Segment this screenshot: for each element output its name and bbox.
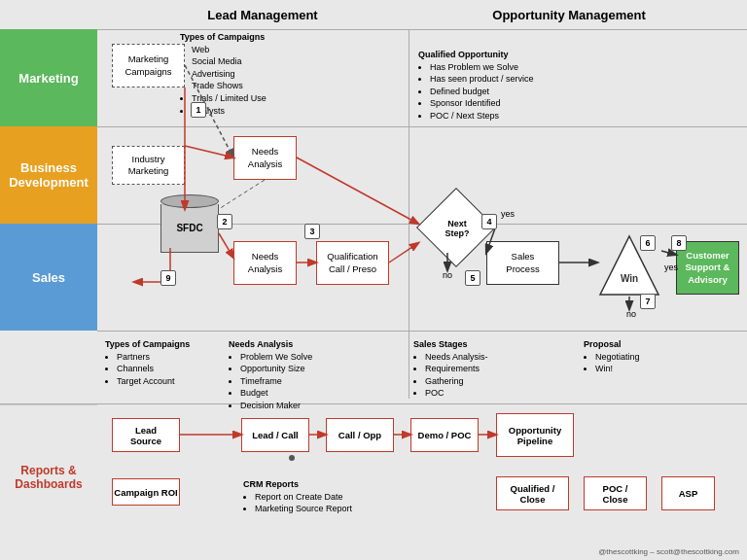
connector-dot (289, 455, 295, 461)
cylinder-body: SFDC (160, 204, 219, 253)
sales-process-box: SalesProcess (486, 241, 559, 285)
types-campaigns-title: Types of Campaigns (180, 31, 267, 44)
types-campaigns2-title: Types of Campaigns (105, 338, 190, 351)
call-opp-box[interactable]: Call / Opp (326, 418, 394, 452)
divider-3 (97, 331, 747, 332)
customer-support-text: CustomerSupport &Advisory (686, 250, 730, 286)
lane-reports: Reports &Dashboards (0, 403, 97, 549)
sfdc-cylinder: SFDC (160, 194, 219, 257)
svg-line-8 (219, 233, 233, 258)
lead-source-text: LeadSource (130, 425, 161, 446)
next-step-text: NextStep? (445, 219, 469, 238)
badge-5: 5 (465, 270, 480, 286)
badge-6: 6 (640, 235, 656, 251)
badge-4: 4 (481, 214, 497, 229)
lead-call-box[interactable]: Lead / Call (241, 418, 309, 452)
industry-marketing-text: IndustryMarketing (128, 154, 169, 178)
crm-reports-annotation: CRM Reports Report on Create Date Market… (243, 478, 352, 515)
needs-analysis-list: Problem We Solve Opportunity Size Timefr… (229, 351, 312, 412)
proposal-list: Negotiating Win! (584, 351, 640, 375)
demo-poc-box[interactable]: Demo / POC (410, 418, 479, 452)
footer-text: @thescottking – scott@thescottking.com (598, 547, 739, 556)
opportunity-management-header: Opportunity Management (409, 8, 729, 22)
svg-text:Win: Win (621, 273, 638, 284)
qualified-opp-title: Qualified Opportunity (418, 49, 534, 61)
qualification-call-text: QualificationCall / Preso (327, 251, 377, 275)
campaign-roi-box[interactable]: Campaign ROI (112, 478, 180, 506)
svg-line-11 (389, 243, 418, 262)
badge-1: 1 (191, 102, 206, 118)
lead-call-text: Lead / Call (252, 430, 299, 440)
qualified-close-box[interactable]: Qualified /Close (496, 476, 569, 510)
opp-pipeline-text: OpportunityPipeline (509, 425, 561, 446)
sales-label: Sales (32, 270, 65, 285)
yes-label-1: yes (501, 209, 515, 219)
needs-analysis-bottom-annotation: Needs Analysis Problem We Solve Opportun… (229, 338, 312, 412)
cylinder-top (160, 194, 219, 208)
sales-stages-list: Needs Analysis- Requirements Gathering P… (413, 351, 488, 400)
campaign-roi-text: Campaign ROI (114, 487, 177, 498)
divider-4 (0, 403, 747, 404)
lead-source-box[interactable]: LeadSource (112, 418, 180, 452)
yes-label-2: yes (664, 262, 678, 272)
crm-reports-list: Report on Create Date Marketing Source R… (243, 491, 352, 515)
lane-business-development: BusinessDevelopment (0, 126, 97, 224)
sales-stages-annotation: Sales Stages Needs Analysis- Requirement… (413, 338, 488, 400)
marketing-campaigns-text: MarketingCampaigns (124, 53, 171, 78)
sfdc-text: SFDC (176, 223, 202, 233)
industry-marketing-box: IndustryMarketing (112, 146, 185, 185)
divider-top (97, 29, 747, 30)
svg-line-23 (219, 180, 265, 209)
no-label-1: no (443, 270, 452, 280)
marketing-campaigns-box: MarketingCampaigns (112, 44, 185, 88)
lane-sales: Sales (0, 224, 97, 331)
divider-1 (97, 126, 747, 127)
crm-reports-title: CRM Reports (243, 478, 352, 491)
badge-7: 7 (640, 294, 656, 309)
sales-stages-title: Sales Stages (413, 338, 488, 351)
types-campaigns2-list: Partners Channels Target Account (105, 351, 190, 388)
qualified-close-text: Qualified /Close (511, 483, 555, 505)
badge-3: 3 (304, 224, 320, 239)
svg-line-15 (661, 251, 676, 255)
needs-analysis-box-2: NeedsAnalysis (233, 241, 297, 285)
types-campaigns-bottom-annotation: Types of Campaigns Partners Channels Tar… (105, 338, 190, 387)
svg-line-9 (185, 146, 233, 158)
needs-analysis-1-text: NeedsAnalysis (248, 146, 282, 170)
qualification-call-box: QualificationCall / Preso (316, 241, 389, 285)
vertical-divider (409, 29, 409, 399)
qualified-opp-annotation: Qualified Opportunity Has Problem we Sol… (418, 49, 534, 122)
proposal-title: Proposal (584, 338, 640, 351)
lead-management-header: Lead Management (117, 8, 409, 22)
asp-text: ASP (679, 488, 698, 499)
poc-close-box[interactable]: POC /Close (584, 476, 647, 510)
svg-line-7 (297, 158, 418, 224)
needs-analysis-box-1: NeedsAnalysis (233, 136, 297, 180)
sales-process-text: SalesProcess (506, 251, 539, 275)
badge-2: 2 (217, 214, 232, 229)
demo-poc-text: Demo / POC (418, 430, 472, 440)
lane-marketing: Marketing (0, 29, 97, 126)
call-opp-text: Call / Opp (338, 430, 381, 440)
qualified-opp-list: Has Problem we Solve Has seen product / … (418, 61, 534, 122)
asp-box[interactable]: ASP (661, 476, 715, 510)
poc-close-text: POC /Close (603, 483, 628, 505)
no-label-2: no (626, 309, 636, 319)
opp-pipeline-box[interactable]: OpportunityPipeline (496, 413, 574, 457)
marketing-label: Marketing (18, 71, 78, 86)
badge-8: 8 (671, 235, 687, 251)
diagram-container: Marketing BusinessDevelopment Sales Repo… (0, 0, 747, 560)
opportunity-management-title: Opportunity Management (492, 8, 645, 22)
needs-analysis-2-text: NeedsAnalysis (248, 251, 282, 275)
badge-9: 9 (160, 270, 176, 286)
business-development-label: BusinessDevelopment (9, 160, 89, 190)
needs-analysis-title: Needs Analysis (229, 338, 312, 351)
lead-management-title: Lead Management (207, 8, 317, 22)
reports-label: Reports &Dashboards (15, 464, 82, 491)
proposal-annotation: Proposal Negotiating Win! (584, 338, 640, 375)
